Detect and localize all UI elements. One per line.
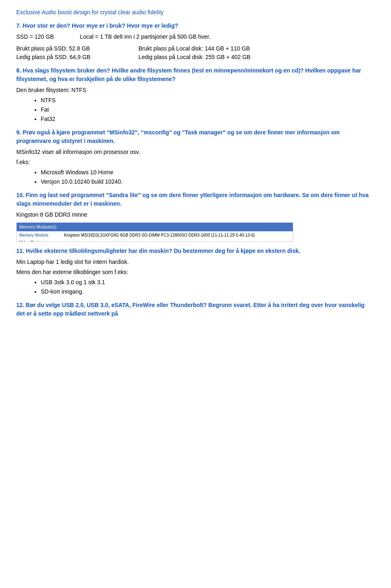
- q11-question: 11. Hvilke eksterne tilkoblingsmulighete…: [16, 247, 375, 255]
- q11-question-text: 11. Hvilke eksterne tilkoblingsmulighete…: [16, 248, 300, 254]
- q7-row1: Brukt plass på SSD: 52.8 GB Brukt plass …: [16, 44, 375, 53]
- q8-question-text: 8. Hva slags filsystem bruker den? Hvilk…: [16, 67, 361, 82]
- question-7: 7. Hvor stor er den? Hvor mye er i bruk?…: [16, 22, 375, 61]
- q7-row1-left: Brukt plass på SSD: 52.8 GB: [16, 44, 138, 53]
- question-8: 8. Hva slags filsystem bruker den? Hvilk…: [16, 66, 375, 123]
- q11-list: USB 3stk 3.0 og 1 stk 3.1 SD-kort inngan…: [41, 278, 375, 296]
- sandra-screenshot: Memory Module(s) Memory Module Kingston …: [16, 222, 293, 242]
- q7-answer-row1: SSD = 120 GB Local = 1 TB delt inn i 2 p…: [16, 33, 375, 41]
- question-9: 9. Prøv også å kjøre programmet “MSinfo3…: [16, 128, 375, 186]
- question-11: 11. Hvilke eksterne tilkoblingsmulighete…: [16, 247, 375, 296]
- intro-heading: Exclusive Audio boost design for crystal…: [16, 8, 375, 17]
- list-item: NTFS: [41, 96, 375, 105]
- q9-list: Microsoft Windows 10 Home Versjon 10.0.1…: [41, 168, 375, 186]
- q8-list: NTFS Fat Fat32: [41, 96, 375, 123]
- q12-question-text: 12. Bør du velge USB 2.0, USB 3.0, eSATA…: [16, 302, 365, 317]
- screenshot-row2: Memory Module Kingston MSI16D3LS1KFG8G 8…: [17, 231, 293, 239]
- intro-heading-text: Exclusive Audio boost design for crystal…: [16, 9, 164, 15]
- screenshot-row2-label: Memory Module: [19, 232, 64, 238]
- q9-answer2: f.eks:: [16, 158, 375, 167]
- q7-question-text: 7. Hvor stor er den? Hvor mye er i bruk?…: [16, 22, 178, 29]
- q7-local: Local = 1 TB delt inn i 2 partisjoner på…: [80, 33, 211, 40]
- q7-row2-left: Ledig plass på SSD: 64,9 GB: [16, 53, 138, 61]
- question-10: 10. Finn og last ned programmet “Sandra …: [16, 191, 375, 242]
- list-item: Microsoft Windows 10 Home: [41, 168, 375, 177]
- q10-question: 10. Finn og last ned programmet “Sandra …: [16, 191, 375, 208]
- q11-answer: Min Laptop har 1 ledig slot for intern h…: [16, 258, 375, 266]
- question-12: 12. Bør du velge USB 2.0, USB 3.0, eSATA…: [16, 301, 375, 318]
- screenshot-row2-value: Kingston MSI16D3LS1KFG8G 8GB DDR3 SO-DIM…: [64, 232, 255, 238]
- q7-row1-right: Brukt plass på Local disk: 144 GB + 110 …: [138, 44, 375, 53]
- q7-table: Brukt plass på SSD: 52.8 GB Brukt plass …: [16, 44, 375, 61]
- list-item: SD-kort inngang.: [41, 287, 375, 296]
- q9-answer: MSinfo32 viser all informasjon om proses…: [16, 148, 375, 156]
- screenshot-row1: Memory Module(s): [17, 223, 293, 231]
- screenshot-row3: Video System: [17, 239, 293, 242]
- q8-answer: Den bruker filsystem: NTFS: [16, 86, 375, 94]
- page-container: Exclusive Audio boost design for crystal…: [16, 8, 375, 318]
- list-item: Fat: [41, 105, 375, 114]
- list-item: Versjon 10.0.10240 build 10240.: [41, 178, 375, 186]
- q11-answer2: Mens den har externe tilkoblinger som f.…: [16, 268, 375, 276]
- q10-answer: Kingston 8 GB DDR3 minne: [16, 211, 375, 219]
- screenshot-row1-label: Memory Module(s): [19, 224, 57, 230]
- list-item: USB 3stk 3.0 og 1 stk 3.1: [41, 278, 375, 287]
- q12-question: 12. Bør du velge USB 2.0, USB 3.0, eSATA…: [16, 301, 375, 318]
- screenshot-row3-label: Video System: [19, 240, 44, 242]
- q7-ssd: SSD = 120 GB: [16, 33, 54, 40]
- q7-question: 7. Hvor stor er den? Hvor mye er i bruk?…: [16, 22, 375, 30]
- q7-row2-right: Ledig plass på Local disk: 255 GB + 402 …: [138, 53, 375, 61]
- list-item: Fat32: [41, 115, 375, 123]
- q9-question-text: 9. Prøv også å kjøre programmet “MSinfo3…: [16, 129, 340, 144]
- q10-question-text: 10. Finn og last ned programmet “Sandra …: [16, 192, 369, 207]
- q7-row2: Ledig plass på SSD: 64,9 GB Ledig plass …: [16, 53, 375, 61]
- q9-question: 9. Prøv også å kjøre programmet “MSinfo3…: [16, 128, 375, 145]
- q8-question: 8. Hva slags filsystem bruker den? Hvilk…: [16, 66, 375, 83]
